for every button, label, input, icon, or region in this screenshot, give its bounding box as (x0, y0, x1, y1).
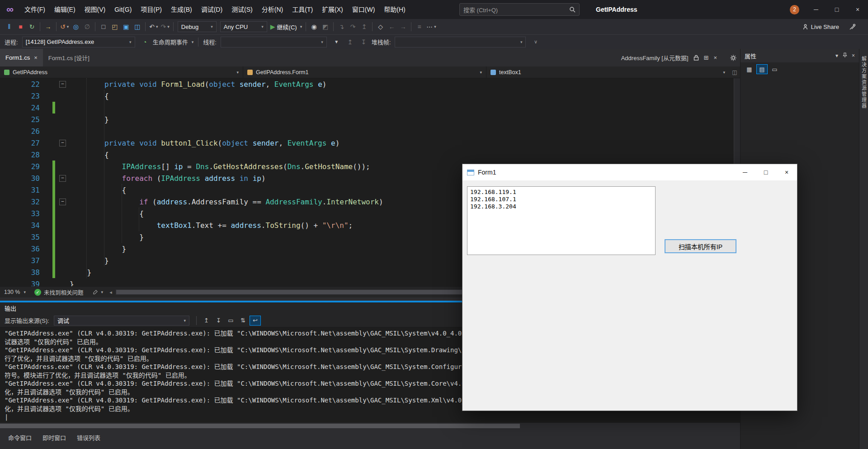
form-title-bar[interactable]: Form1 ─ □ × (462, 164, 797, 180)
next-frame-icon[interactable]: ↧ (358, 36, 369, 48)
visual-studio-logo-icon[interactable]: ∞ (0, 0, 20, 19)
notifications-badge[interactable]: 2 (790, 5, 799, 14)
menu-item[interactable]: 扩展(X) (317, 0, 348, 19)
step-into-icon[interactable]: ↴ (336, 21, 347, 33)
properties-panel-header[interactable]: 属性 ▾ × (741, 49, 859, 62)
fold-toggle[interactable]: − (59, 175, 66, 182)
type-dropdown[interactable]: GetIPAddress.Form1 ▾ (243, 66, 486, 78)
menu-item[interactable]: 调试(D) (197, 0, 227, 19)
fold-toggle[interactable]: − (59, 81, 66, 88)
fold-toggle[interactable]: − (59, 140, 66, 147)
split-view-icon[interactable]: ◫ (729, 66, 740, 78)
code-line[interactable]: 24 (0, 102, 734, 113)
zoom-control[interactable]: 130 % ▾ (0, 289, 30, 295)
scroll-left-arrow[interactable]: ◂ (107, 289, 114, 295)
form1-window[interactable]: Form1 ─ □ × 192.168.119.1192.168.107.119… (462, 164, 797, 411)
save-icon[interactable]: ▣ (120, 21, 132, 33)
code-cleanup-button[interactable]: ▾ (88, 289, 108, 295)
filter-threads-icon[interactable]: ▼ (331, 36, 342, 48)
alphabetical-icon[interactable]: ▤ (756, 64, 768, 74)
scan-ip-button[interactable]: 扫描本机所有IP (665, 239, 736, 253)
menu-item[interactable]: 窗口(W) (348, 0, 380, 19)
menu-item[interactable]: 项目(P) (136, 0, 166, 19)
fold-toggle[interactable]: − (59, 199, 66, 205)
live-share-button[interactable]: Live Share (801, 21, 840, 33)
close-tab-icon[interactable]: × (34, 54, 38, 61)
document-tab[interactable]: Form1.cs [设计] (43, 49, 95, 66)
hot-reload-icon[interactable]: ↺▾ (59, 21, 70, 33)
call-hierarchy-icon[interactable]: ≡ (414, 21, 425, 33)
code-line[interactable]: 22− private void Form1_Load(object sende… (0, 78, 734, 90)
gear-icon[interactable] (730, 55, 736, 61)
lifecycle-events-icon[interactable]: ◔ (139, 36, 151, 48)
show-next-statement-icon[interactable]: → (42, 21, 54, 33)
code-line[interactable]: 23 { (0, 90, 734, 102)
stop-applying-icon[interactable]: ∅ (81, 21, 93, 33)
search-box[interactable]: 搜索 (Ctrl+Q) (459, 3, 580, 16)
restart-icon[interactable]: ↻ (26, 21, 38, 33)
output-horizontal-scrollbar[interactable] (0, 423, 740, 429)
redo-icon[interactable]: ↷▾ (160, 21, 171, 33)
chevron-down-icon[interactable]: ▾ (835, 52, 838, 59)
toggle-autoscroll-icon[interactable]: ⇅ (237, 316, 249, 326)
undo-icon[interactable]: ↶▾ (148, 21, 159, 33)
bookmark-icon[interactable]: ◇ (375, 21, 386, 33)
property-pages-icon[interactable]: ▭ (769, 64, 780, 74)
pin-icon[interactable] (842, 52, 848, 59)
keep-open-icon[interactable]: ⊞ (704, 54, 709, 61)
goto-previous-message-icon[interactable]: ↥ (201, 316, 212, 326)
goto-next-message-icon[interactable]: ↧ (213, 316, 224, 326)
bottom-tab[interactable]: 命令窗口 (4, 431, 36, 444)
step-out-icon[interactable]: ↥ (359, 21, 370, 33)
navigate-forward-icon[interactable]: → (397, 21, 409, 33)
menu-item[interactable]: 文件(F) (20, 0, 50, 19)
breakpoints-window-icon[interactable]: ◉ (308, 21, 320, 33)
output-source-combobox[interactable]: 调试 ▾ (54, 316, 189, 326)
solution-configurations-combobox[interactable]: Debug▾ (178, 21, 217, 32)
toolbar2-overflow-icon[interactable]: ∨ (530, 36, 541, 48)
menu-item[interactable]: 编辑(E) (50, 0, 80, 19)
lifecycle-events-dropdown[interactable]: 生命周期事件 (153, 38, 188, 46)
scrollbar-thumb[interactable] (0, 424, 520, 428)
member-dropdown[interactable]: textBox1 ▾ (486, 66, 729, 78)
menu-item[interactable]: Git(G) (110, 0, 136, 19)
minimize-button[interactable]: ─ (806, 0, 826, 19)
stack-frame-combobox[interactable]: ▾ (395, 37, 526, 47)
menu-item[interactable]: 帮助(H) (379, 0, 410, 19)
step-over-icon[interactable]: ↷ (347, 21, 359, 33)
code-line[interactable]: 26 (0, 125, 734, 137)
toggle-word-wrap-icon[interactable]: ↩ (250, 316, 261, 326)
form-maximize-button[interactable]: □ (755, 164, 776, 180)
save-all-icon[interactable]: ◫ (132, 21, 143, 33)
document-health-indicator[interactable]: ✓ 未找到相关问题 (30, 288, 88, 297)
snapshot-icon[interactable]: ◩ (320, 21, 331, 33)
tools-icon[interactable] (847, 21, 858, 33)
break-all-icon[interactable]: ‖ (4, 21, 15, 33)
process-combobox[interactable]: [14128] GetIPAddress.exe▾ (22, 37, 135, 47)
toolbar-overflow-icon[interactable]: ⋯▾ (425, 21, 438, 33)
close-panel-icon[interactable]: × (852, 52, 855, 59)
new-file-icon[interactable]: □ (98, 21, 109, 33)
close-button[interactable]: × (847, 0, 868, 19)
close-preview-icon[interactable]: × (713, 54, 717, 61)
menu-item[interactable]: 分析(N) (257, 0, 288, 19)
bottom-tab[interactable]: 即时窗口 (38, 431, 71, 444)
menu-item[interactable]: 测试(S) (227, 0, 257, 19)
ip-list-textbox[interactable]: 192.168.119.1192.168.107.1192.168.3.204 (467, 186, 656, 255)
solution-explorer-side-tab[interactable]: 解决方案资源管理器 (859, 49, 868, 449)
maximize-button[interactable]: □ (826, 0, 847, 19)
code-line[interactable]: 25 } (0, 113, 734, 125)
clear-all-icon[interactable]: ▭ (225, 316, 236, 326)
apply-code-changes-icon[interactable]: ◎ (70, 21, 81, 33)
categorized-icon[interactable]: ▦ (744, 64, 755, 74)
previous-frame-icon[interactable]: ↥ (344, 36, 356, 48)
form-close-button[interactable]: × (776, 164, 797, 180)
bottom-tab[interactable]: 错误列表 (72, 431, 105, 444)
menu-item[interactable]: 工具(T) (288, 0, 317, 19)
form-minimize-button[interactable]: ─ (735, 164, 755, 180)
thread-combobox[interactable]: ▾ (221, 37, 327, 47)
stop-debugging-icon[interactable]: ■ (15, 21, 26, 33)
menu-item[interactable]: 生成(B) (166, 0, 197, 19)
menu-item[interactable]: 视图(V) (80, 0, 110, 19)
continue-button[interactable]: ▶继续(C)▾ (269, 21, 303, 33)
